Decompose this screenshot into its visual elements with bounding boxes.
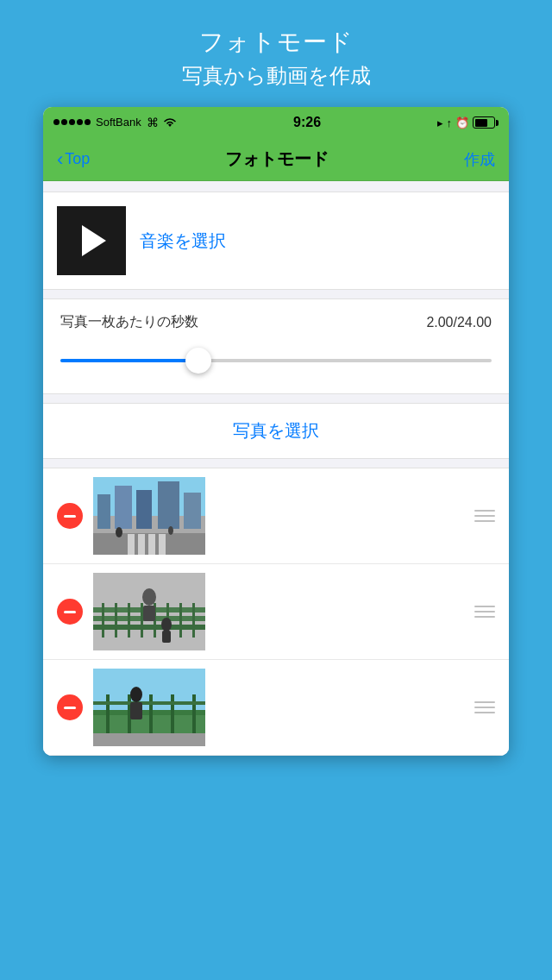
minus-icon-3: [64, 707, 76, 709]
svg-point-28: [161, 618, 172, 631]
music-card: 音楽を選択: [43, 192, 509, 290]
wifi-icon: ⌘: [147, 116, 178, 129]
status-center: 9:26: [293, 115, 321, 130]
slider-track-container[interactable]: [60, 345, 492, 376]
photo-item: [43, 468, 509, 564]
photo-thumbnail-3: [93, 669, 205, 746]
minus-icon-1: [64, 515, 76, 518]
svg-rect-11: [159, 534, 166, 555]
slider-label: 写真一枚あたりの秒数: [60, 313, 198, 331]
svg-rect-9: [138, 534, 145, 555]
drag-handle-2[interactable]: [474, 606, 495, 618]
svg-rect-33: [106, 694, 110, 738]
slider-header: 写真一枚あたりの秒数 2.00/24.00: [60, 313, 492, 331]
back-label: Top: [65, 150, 90, 168]
back-arrow-icon: ‹: [57, 150, 63, 169]
remove-button-3[interactable]: [57, 694, 83, 720]
content-area: 音楽を選択 写真一枚あたりの秒数 2.00/24.00 写真を選択: [43, 192, 509, 756]
svg-rect-40: [130, 702, 142, 719]
svg-point-13: [168, 526, 173, 535]
remove-button-2[interactable]: [57, 599, 83, 625]
slider-fill: [60, 359, 198, 362]
status-left: SoftBank ⌘: [53, 116, 178, 129]
svg-point-12: [116, 527, 122, 537]
battery-icon: [473, 116, 499, 129]
svg-rect-25: [192, 603, 195, 638]
slider-thumb[interactable]: [185, 348, 211, 374]
svg-rect-38: [93, 701, 205, 705]
svg-rect-2: [97, 494, 110, 529]
svg-rect-5: [158, 481, 179, 529]
nav-icon: ↑: [447, 116, 453, 129]
app-title-line2: 写真から動画を作成: [182, 62, 371, 90]
app-title-area: フォトモード 写真から動画を作成: [182, 0, 371, 107]
back-button[interactable]: ‹ Top: [57, 150, 90, 169]
signal-dots: [53, 119, 91, 125]
svg-rect-4: [136, 490, 152, 529]
remove-button-1[interactable]: [57, 503, 83, 529]
nav-bar: ‹ Top フォトモード 作成: [43, 138, 509, 181]
svg-rect-8: [128, 534, 135, 555]
phone-frame: SoftBank ⌘ 9:26 ▸ ↑ ⏰: [43, 107, 509, 756]
music-select-label[interactable]: 音楽を選択: [140, 229, 226, 253]
svg-point-39: [130, 687, 142, 702]
status-bar: SoftBank ⌘ 9:26 ▸ ↑ ⏰: [43, 107, 509, 138]
svg-rect-21: [141, 603, 143, 638]
photo-list: [43, 468, 509, 756]
app-title-line1: フォトモード: [199, 26, 354, 59]
svg-rect-18: [102, 603, 104, 638]
svg-rect-27: [143, 606, 155, 621]
svg-rect-17: [93, 625, 205, 630]
svg-point-26: [142, 588, 156, 606]
svg-rect-36: [171, 694, 174, 738]
svg-rect-24: [179, 603, 182, 638]
svg-rect-10: [148, 534, 155, 555]
location-icon: ▸: [437, 116, 443, 129]
slider-value: 2.00/24.00: [426, 315, 492, 330]
select-photo-card[interactable]: 写真を選択: [43, 403, 509, 459]
nav-title: フォトモード: [225, 148, 329, 171]
photo-item-3: [43, 660, 509, 756]
carrier-label: SoftBank: [96, 116, 141, 129]
svg-rect-20: [128, 603, 130, 638]
drag-handle-3[interactable]: [474, 701, 495, 713]
photo-thumbnail-1: [93, 477, 205, 555]
status-right: ▸ ↑ ⏰: [437, 116, 499, 129]
svg-rect-6: [184, 493, 201, 529]
svg-rect-3: [115, 486, 132, 529]
photo-item-2: [43, 564, 509, 660]
slider-track: [60, 359, 492, 362]
svg-rect-29: [162, 631, 171, 643]
select-photo-label: 写真を選択: [233, 419, 319, 443]
minus-icon-2: [64, 611, 76, 613]
play-thumbnail[interactable]: [57, 206, 126, 275]
drag-handle-1[interactable]: [474, 510, 495, 522]
alarm-icon: ⏰: [455, 116, 469, 129]
play-icon: [82, 225, 106, 256]
svg-rect-19: [115, 603, 117, 638]
svg-rect-35: [149, 694, 153, 738]
svg-rect-41: [93, 733, 205, 746]
photo-thumbnail-2: [93, 573, 205, 650]
create-button[interactable]: 作成: [464, 149, 495, 170]
slider-card: 写真一枚あたりの秒数 2.00/24.00: [43, 298, 509, 394]
svg-rect-37: [192, 694, 196, 738]
